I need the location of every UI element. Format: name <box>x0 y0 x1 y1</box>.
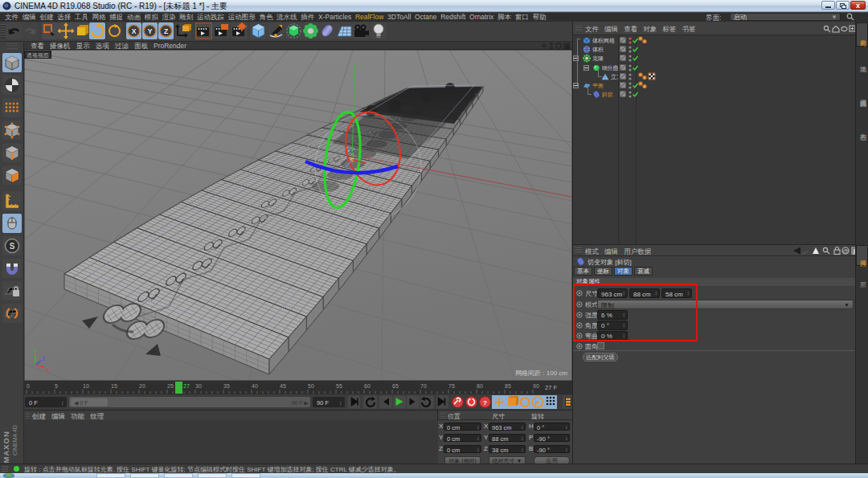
svg-text:?: ? <box>483 399 487 407</box>
svg-text:45: 45 <box>280 383 286 389</box>
svg-text:55: 55 <box>336 383 342 389</box>
svg-text:10: 10 <box>83 383 89 389</box>
svg-text:90 F: 90 F <box>317 399 329 407</box>
svg-text:P: P <box>535 399 540 407</box>
svg-text:50: 50 <box>308 383 314 389</box>
svg-text:90: 90 <box>533 383 539 389</box>
svg-text:Y: Y <box>33 348 38 355</box>
svg-text:30: 30 <box>195 383 202 389</box>
svg-text:X: X <box>45 366 50 374</box>
svg-text:80: 80 <box>477 383 483 389</box>
svg-text:网格间距 : 100 cm: 网格间距 : 100 cm <box>515 370 567 377</box>
svg-text:S: S <box>10 242 15 251</box>
svg-text:◀ 0 F: ◀ 0 F <box>74 400 88 406</box>
svg-text:85: 85 <box>505 383 511 389</box>
svg-text:Z: Z <box>42 355 46 362</box>
svg-text:40: 40 <box>252 383 258 389</box>
svg-text:90 F ▶: 90 F ▶ <box>292 400 309 406</box>
svg-text:↕: ↕ <box>61 400 64 406</box>
svg-text:5: 5 <box>55 383 58 389</box>
svg-text:27 F: 27 F <box>545 384 557 391</box>
svg-text:25: 25 <box>167 383 174 389</box>
svg-text:Z: Z <box>164 27 168 35</box>
svg-text:↕: ↕ <box>339 400 342 406</box>
svg-text:70: 70 <box>420 383 427 389</box>
svg-text:60: 60 <box>364 383 371 389</box>
svg-text:X: X <box>132 27 137 35</box>
svg-text:20: 20 <box>139 383 145 389</box>
svg-text:27: 27 <box>183 383 190 389</box>
svg-text:0: 0 <box>27 383 30 389</box>
svg-text:Y: Y <box>148 27 153 35</box>
svg-text:15: 15 <box>111 383 117 389</box>
svg-text:75: 75 <box>448 383 455 389</box>
svg-text:@: @ <box>842 248 848 254</box>
svg-text:35: 35 <box>223 383 230 389</box>
svg-text:0 F: 0 F <box>29 399 38 407</box>
svg-text:65: 65 <box>392 383 399 389</box>
